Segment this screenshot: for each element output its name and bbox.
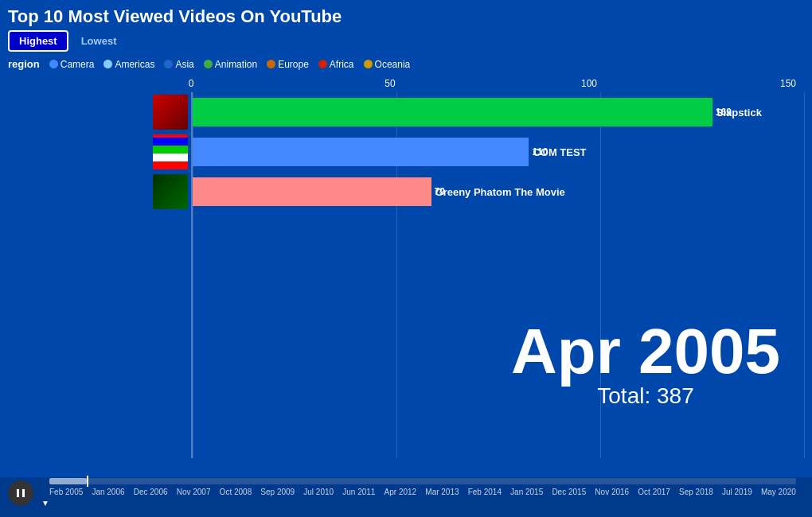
- timeline-marker: [87, 476, 88, 487]
- axis-top: 050100150: [191, 75, 788, 92]
- legend-item-oceania: Oceania: [364, 59, 411, 70]
- thumb-row-comtest: [8, 132, 191, 172]
- timeline-label: Mar 2013: [425, 488, 459, 496]
- legend-item-africa: Africa: [318, 59, 354, 70]
- bar-comtest: COM TEST: [193, 138, 529, 166]
- timeline: ▼ Feb 2005Jan 2006Dec 2006Nov 2007Oct 20…: [0, 477, 812, 517]
- legend-item-americas: Americas: [103, 59, 154, 70]
- bar-greeny: Greeny Phatom The Movie: [193, 177, 431, 206]
- grid-line-150: [804, 92, 805, 458]
- timeline-label: Feb 2005: [49, 488, 83, 496]
- legend-label-oceania: Oceania: [375, 59, 411, 70]
- page-title: Top 10 Most Viewed Videos On YouTube: [0, 0, 812, 30]
- legend-label-africa: Africa: [330, 59, 354, 70]
- bar-label-greeny: Greeny Phatom The Movie: [435, 186, 565, 198]
- thumbnails: [8, 92, 191, 458]
- thumb-row-slapstick: [8, 92, 191, 132]
- timeline-bar: [49, 478, 796, 484]
- legend-item-animation: Animation: [204, 59, 257, 70]
- legend-dot-americas: [103, 60, 112, 68]
- timeline-label: Apr 2012: [385, 488, 417, 496]
- region-label: region: [8, 58, 40, 70]
- axis-tick-0: 0: [189, 78, 194, 89]
- legend-item-asia: Asia: [164, 59, 193, 70]
- bar-row-comtest: COM TEST110: [193, 132, 804, 172]
- timeline-label: Jun 2011: [342, 488, 375, 496]
- dropdown-icon[interactable]: ▼: [41, 499, 49, 507]
- thumbnail-greeny: [153, 174, 188, 209]
- timeline-label: Feb 2014: [468, 488, 502, 496]
- timeline-label: Jan 2015: [510, 488, 543, 496]
- legend-dot-europe: [267, 60, 275, 68]
- bar-row-greeny: Greeny Phatom The Movie79: [193, 172, 804, 212]
- legend-item-europe: Europe: [267, 59, 309, 70]
- axis-tick-150: 150: [780, 78, 796, 89]
- legend: region CameraAmericasAsiaAnimationEurope…: [0, 56, 812, 75]
- legend-dot-asia: [164, 60, 173, 68]
- timeline-label: Jul 2010: [303, 488, 334, 496]
- timeline-label: Oct 2008: [220, 488, 252, 496]
- legend-dot-camera: [49, 60, 58, 68]
- thumb-row-greeny: [8, 172, 191, 212]
- timeline-track[interactable]: Feb 2005Jan 2006Dec 2006Nov 2007Oct 2008…: [41, 473, 804, 496]
- legend-dot-animation: [204, 60, 213, 68]
- timeline-label: Oct 2017: [638, 488, 670, 496]
- timeline-label: Jul 2019: [722, 488, 752, 496]
- legend-label-asia: Asia: [175, 59, 193, 70]
- timeline-label: Jan 2006: [92, 488, 124, 496]
- legend-item-camera: Camera: [49, 59, 95, 70]
- filter-buttons: Highest Lowest: [0, 30, 812, 56]
- timeline-progress: [49, 478, 87, 484]
- timeline-label: Nov 2016: [595, 488, 629, 496]
- timeline-label: Sep 2018: [679, 488, 713, 496]
- legend-dot-oceania: [364, 60, 373, 68]
- highest-button[interactable]: Highest: [8, 30, 68, 52]
- bar-label-slapstick: Slapstick: [716, 107, 762, 119]
- timeline-label: Dec 2015: [552, 488, 586, 496]
- bar-label-comtest: COM TEST: [533, 146, 586, 158]
- svg-rect-0: [17, 489, 19, 497]
- thumbnail-slapstick: [153, 95, 188, 130]
- timeline-labels: Feb 2005Jan 2006Dec 2006Nov 2007Oct 2008…: [41, 488, 804, 496]
- play-pause-button[interactable]: [8, 480, 33, 506]
- legend-label-europe: Europe: [278, 59, 309, 70]
- thumbnail-comtest: [153, 134, 188, 169]
- timeline-label: Sep 2009: [260, 488, 295, 496]
- timeline-label: Nov 2007: [177, 488, 211, 496]
- bar-slapstick: Slapstick: [193, 98, 712, 126]
- svg-rect-1: [22, 489, 25, 497]
- chart-area: 050100150 Slapstick169COM TEST110Greeny …: [8, 75, 804, 457]
- lowest-button[interactable]: Lowest: [72, 30, 127, 52]
- legend-label-animation: Animation: [215, 59, 257, 70]
- timeline-label: Dec 2006: [134, 488, 168, 496]
- timeline-label: May 2020: [761, 488, 796, 496]
- legend-dot-africa: [318, 60, 327, 68]
- date-display: Apr 2005 Total: 387: [511, 320, 780, 409]
- date-total: Total: 387: [511, 383, 780, 409]
- axis-tick-100: 100: [581, 78, 597, 89]
- bar-row-slapstick: Slapstick169: [193, 92, 804, 132]
- legend-label-camera: Camera: [61, 59, 95, 70]
- legend-label-americas: Americas: [115, 59, 154, 70]
- axis-tick-50: 50: [385, 78, 395, 89]
- date-month-year: Apr 2005: [511, 320, 780, 383]
